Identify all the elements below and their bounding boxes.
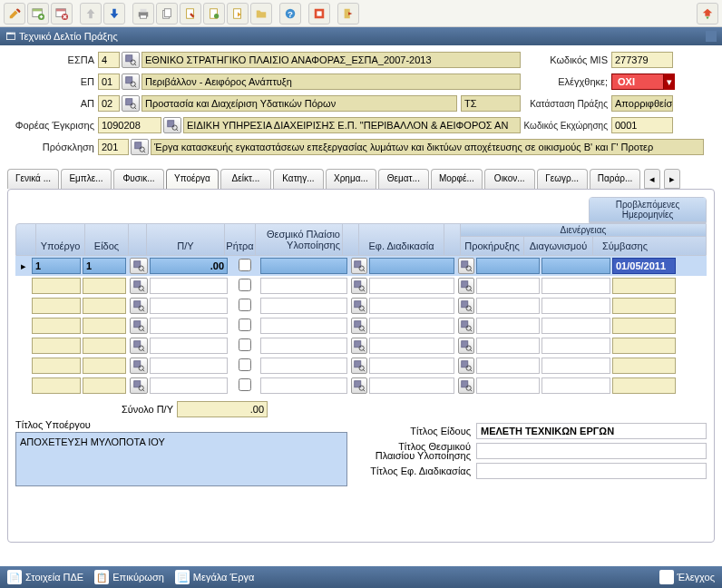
- cell-ef[interactable]: [369, 358, 454, 374]
- cell-sym[interactable]: [612, 298, 676, 314]
- cell-eidos-lookup[interactable]: [130, 298, 148, 314]
- cell-ypoergo[interactable]: [32, 278, 81, 294]
- cell-ef-lookup[interactable]: [458, 258, 474, 274]
- tab-fysik[interactable]: Φυσικ...: [113, 169, 164, 189]
- espa-code-input[interactable]: [98, 52, 120, 68]
- tb-doc-b-button[interactable]: [203, 3, 225, 24]
- grid-row[interactable]: [15, 296, 707, 316]
- tab-parar[interactable]: Παράρ...: [590, 169, 641, 189]
- cell-py[interactable]: [150, 298, 228, 314]
- tb-print-button[interactable]: [132, 3, 154, 24]
- ap-lookup-button[interactable]: [122, 95, 140, 112]
- cell-ef-lookup[interactable]: [458, 338, 474, 354]
- cell-ef-lookup[interactable]: [458, 278, 474, 294]
- cell-diag[interactable]: [542, 258, 610, 274]
- titlos-eidous-input[interactable]: [476, 423, 707, 439]
- tb-down-button[interactable]: [103, 3, 125, 24]
- cell-py[interactable]: [150, 278, 228, 294]
- cell-ef[interactable]: [369, 318, 454, 334]
- sb-epikyrosi-button[interactable]: 📋Επικύρωση: [94, 570, 164, 584]
- tab-oikon[interactable]: Οικον...: [484, 169, 535, 189]
- cell-sym[interactable]: [612, 377, 676, 394]
- sb-elegxos-button[interactable]: ✔Έλεγχος: [659, 570, 715, 584]
- cell-eidos-lookup[interactable]: [130, 338, 148, 354]
- cell-ypoergo[interactable]: [32, 377, 81, 394]
- cell-eidos-lookup[interactable]: [130, 258, 148, 274]
- espa-lookup-button[interactable]: [122, 52, 140, 68]
- tb-folder-button[interactable]: [250, 3, 272, 24]
- cell-ritra-checkbox[interactable]: [239, 259, 251, 271]
- foreas-code-input[interactable]: [98, 117, 161, 133]
- cell-diag[interactable]: [542, 358, 610, 374]
- cell-ef[interactable]: [369, 258, 454, 274]
- tab-ypoerga[interactable]: Υποέργα: [166, 169, 219, 189]
- cell-ef[interactable]: [369, 377, 454, 394]
- cell-ef-lookup[interactable]: [458, 318, 474, 334]
- cell-thes-lookup[interactable]: [351, 318, 367, 334]
- cell-sym[interactable]: [612, 358, 676, 374]
- tb-exit-button[interactable]: [337, 3, 359, 24]
- cell-ypoergo[interactable]: [32, 258, 81, 274]
- cell-diag[interactable]: [542, 377, 610, 394]
- titlos-ypoergou-textarea[interactable]: ΑΠΟΧΕΤΕΥΣΗ ΜΥΛΟΠΟΤΑ ΙΟΥ: [15, 432, 347, 486]
- elegxthike-dropdown[interactable]: ▾: [664, 74, 675, 90]
- cell-thesmiko[interactable]: [260, 258, 347, 274]
- cell-eidos-lookup[interactable]: [130, 318, 148, 334]
- tab-katig[interactable]: Κατηγ...: [273, 169, 324, 189]
- cell-ypoergo[interactable]: [32, 298, 81, 314]
- cell-thesmiko[interactable]: [260, 377, 347, 394]
- cell-eidos[interactable]: [83, 338, 126, 354]
- cell-diag[interactable]: [542, 318, 610, 334]
- cell-thes-lookup[interactable]: [351, 298, 367, 314]
- cell-ef-lookup[interactable]: [458, 358, 474, 374]
- tab-xrima[interactable]: Χρημα...: [326, 169, 376, 189]
- cell-diag[interactable]: [542, 298, 610, 314]
- cell-ef[interactable]: [369, 278, 454, 294]
- cell-py[interactable]: [150, 258, 228, 274]
- cell-ritra-checkbox[interactable]: [239, 378, 251, 391]
- cell-thes-lookup[interactable]: [351, 377, 367, 394]
- ap-code-input[interactable]: [98, 95, 120, 112]
- grid-row[interactable]: [15, 356, 707, 376]
- resize-corner-icon[interactable]: [706, 31, 717, 42]
- cell-eidos-lookup[interactable]: [130, 377, 148, 394]
- tab-geogr[interactable]: Γεωγρ...: [537, 169, 588, 189]
- cell-prok[interactable]: [476, 298, 540, 314]
- foreas-lookup-button[interactable]: [163, 117, 181, 133]
- tb-edit-button[interactable]: [4, 3, 25, 24]
- cell-eidos[interactable]: [83, 358, 126, 374]
- tab-deikt[interactable]: Δείκτ...: [220, 169, 271, 189]
- cell-eidos[interactable]: [83, 318, 126, 334]
- cell-thesmiko[interactable]: [260, 278, 347, 294]
- tb-up-button[interactable]: [80, 3, 102, 24]
- cell-eidos[interactable]: [83, 278, 126, 294]
- cell-prok[interactable]: [476, 258, 540, 274]
- cell-ef-lookup[interactable]: [458, 298, 474, 314]
- tab-themat[interactable]: Θεματ...: [378, 169, 429, 189]
- cell-thesmiko[interactable]: [260, 298, 347, 314]
- cell-ypoergo[interactable]: [32, 358, 81, 374]
- cell-eidos[interactable]: [83, 258, 126, 274]
- grid-row[interactable]: [15, 316, 707, 336]
- titlos-ef-input[interactable]: [476, 463, 707, 479]
- ekx-input[interactable]: [611, 117, 673, 133]
- tb-doc-a-button[interactable]: [180, 3, 201, 24]
- tab-genika[interactable]: Γενικά ...: [7, 169, 59, 189]
- cell-ritra-checkbox[interactable]: [239, 299, 251, 311]
- sb-stoixeia-button[interactable]: 📄Στοιχεία ΠΔΕ: [7, 570, 83, 584]
- tab-morfe[interactable]: Μορφέ...: [431, 169, 483, 189]
- tb-home-button[interactable]: [697, 3, 718, 24]
- grid-row[interactable]: [15, 276, 707, 296]
- sb-megala-button[interactable]: 📃Μεγάλα Έργα: [175, 570, 254, 584]
- mis-input[interactable]: [611, 52, 673, 68]
- tab-scroll-right[interactable]: ▸: [664, 169, 680, 189]
- cell-py[interactable]: [150, 377, 228, 394]
- cell-sym[interactable]: [612, 318, 676, 334]
- cell-sym[interactable]: [612, 258, 676, 274]
- cell-ritra-checkbox[interactable]: [239, 358, 251, 371]
- cell-ef[interactable]: [369, 298, 454, 314]
- cell-eidos-lookup[interactable]: [130, 278, 148, 294]
- cell-thesmiko[interactable]: [260, 358, 347, 374]
- ep-lookup-button[interactable]: [122, 74, 140, 90]
- cell-sym[interactable]: [612, 278, 676, 294]
